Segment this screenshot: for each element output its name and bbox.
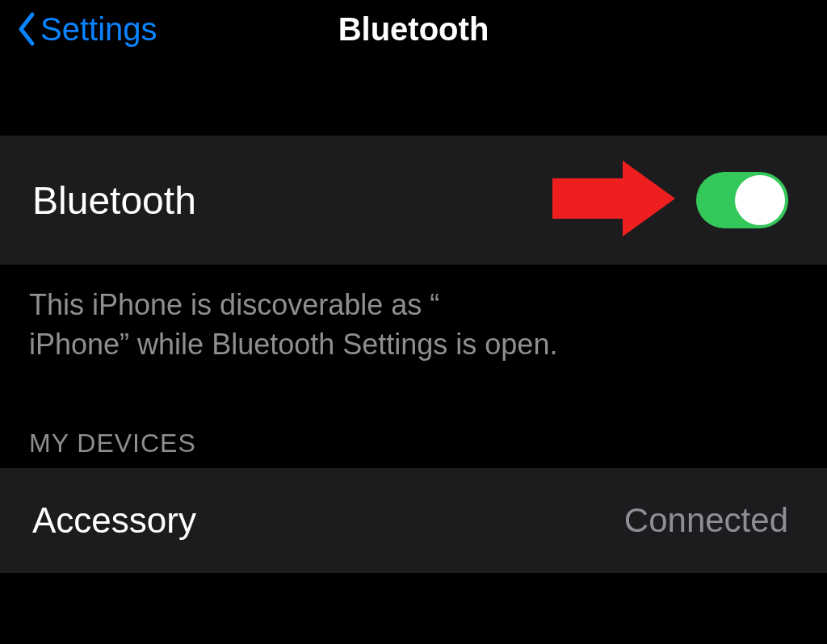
bluetooth-toggle[interactable] — [696, 172, 788, 228]
back-label: Settings — [40, 11, 157, 48]
spacer — [0, 58, 827, 136]
svg-marker-0 — [552, 161, 675, 236]
annotation-arrow-icon — [546, 154, 683, 246]
page-title: Bluetooth — [338, 11, 489, 48]
device-status: Connected — [624, 501, 788, 540]
back-button[interactable]: Settings — [13, 8, 157, 50]
discoverable-line-1: This iPhone is discoverable as “ — [29, 288, 439, 321]
discoverable-caption: This iPhone is discoverable as “ iPhone”… — [0, 265, 827, 372]
bluetooth-toggle-row: Bluetooth — [0, 136, 827, 265]
toggle-knob — [735, 175, 785, 225]
device-row[interactable]: Accessory Connected — [0, 468, 827, 573]
toggle-wrap — [696, 172, 788, 228]
nav-header: Settings Bluetooth — [0, 0, 827, 58]
my-devices-section-header: MY DEVICES — [0, 372, 827, 468]
bluetooth-row-label: Bluetooth — [32, 178, 196, 223]
device-name: Accessory — [32, 500, 196, 541]
discoverable-line-2: iPhone” while Bluetooth Settings is open… — [29, 328, 557, 361]
chevron-left-icon — [13, 8, 39, 50]
